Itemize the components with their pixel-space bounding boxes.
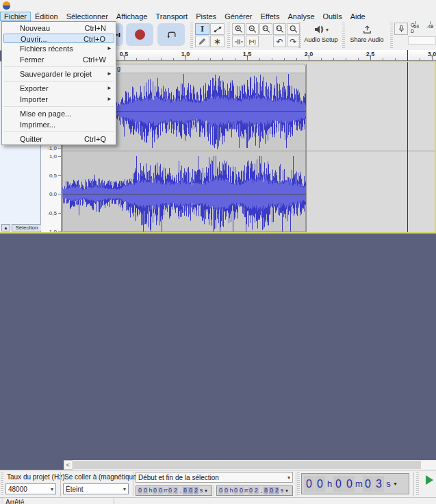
envelope-tool-button[interactable] (210, 23, 225, 35)
meter-bar-area[interactable] (408, 36, 436, 45)
project-rate-combobox[interactable]: 48000 ▾ (5, 483, 56, 494)
time-digit[interactable]: 0 (158, 487, 163, 494)
scrollbar-thumb[interactable] (73, 461, 421, 469)
record-meter-button[interactable] (394, 23, 408, 35)
share-audio-button[interactable]: Share Audio (346, 23, 388, 49)
time-digit[interactable]: 8 (183, 487, 188, 494)
horizontal-scrollbar[interactable]: < (64, 460, 436, 470)
time-format-dropdown-icon[interactable]: ▼ (393, 481, 398, 486)
time-toolbar-grip[interactable] (297, 472, 300, 495)
tools-toolbar-grip[interactable] (190, 23, 193, 49)
selection-tool-button[interactable]: I (195, 23, 209, 35)
record-button[interactable] (126, 23, 153, 46)
menubar-item-affichage[interactable]: Affichage (112, 12, 152, 21)
time-digit[interactable]: h (326, 476, 333, 492)
time-digit[interactable]: 0 (218, 487, 223, 494)
ruler-minor-tick (136, 58, 137, 60)
file-menu-item-fichiers-r-cents[interactable]: Fichiers récents► (2, 43, 116, 54)
time-digit[interactable]: 3 (374, 476, 384, 492)
meter-grip[interactable] (390, 23, 393, 49)
time-digit[interactable]: 8 (264, 487, 268, 494)
audio-position-display[interactable]: 00h00m03s▼ (301, 473, 409, 494)
file-menu-item-quitter[interactable]: QuitterCtrl+Q (2, 134, 116, 144)
time-digit[interactable]: 0 (269, 487, 274, 494)
menubar-item-pistes[interactable]: Pistes (192, 12, 220, 21)
menubar-item-dition[interactable]: Édition (31, 12, 62, 21)
play-at-speed-button[interactable] (423, 473, 436, 488)
zoom-selection-button[interactable] (259, 23, 272, 35)
menu-item-label: Fichiers récents (20, 43, 73, 54)
time-digit[interactable]: 0 (233, 487, 238, 494)
trim-audio-button[interactable] (232, 36, 245, 47)
menubar-item-analyse[interactable]: Analyse (283, 12, 318, 21)
zoom-out-button[interactable] (246, 23, 259, 35)
time-digit[interactable]: s (280, 487, 284, 494)
time-digit[interactable]: m (355, 476, 363, 492)
menubar-item-g-n-rer[interactable]: Générer (220, 12, 256, 21)
edit-toolbar-grip[interactable] (227, 23, 230, 49)
audio-setup-label: Audio Setup (302, 36, 340, 43)
time-format-dropdown-icon[interactable]: ▼ (285, 489, 289, 493)
menubar-item-fichier[interactable]: Fichier (0, 12, 31, 21)
time-digit[interactable]: 0 (153, 487, 157, 494)
time-digit[interactable]: 0 (143, 487, 148, 494)
timeline-ruler[interactable]: 0,51,01,52,02,53,0 (62, 50, 436, 61)
playhead-cursor-ruler[interactable] (407, 50, 408, 61)
time-digit[interactable]: 0 (224, 487, 229, 494)
menu-separator (3, 106, 114, 107)
menu-item-label: Sauvegarder le projet (20, 68, 92, 79)
file-menu-item-ouvrir[interactable]: Ouvrir...Ctrl+O (3, 34, 114, 43)
time-digit[interactable]: 0 (363, 476, 373, 492)
selection-toolbar-grip[interactable] (1, 472, 3, 495)
menubar-item-s-lectionner[interactable]: Sélectionner (62, 12, 112, 21)
audio-setup-grip[interactable] (298, 23, 301, 49)
time-format-dropdown-icon[interactable]: ▼ (204, 489, 208, 493)
time-digit[interactable]: 0 (333, 476, 344, 492)
multi-tool-button[interactable]: ∗ (210, 36, 225, 47)
file-menu-item-importer[interactable]: Importer► (2, 94, 116, 105)
track-select-button[interactable]: Sélection (12, 224, 42, 231)
menubar-item-transport[interactable]: Transport (151, 12, 192, 21)
snap-combobox[interactable]: Éteint ▾ (63, 483, 129, 494)
time-digit[interactable]: 2 (173, 487, 178, 494)
file-menu-item-imprimer[interactable]: Imprimer... (2, 119, 116, 130)
time-digit[interactable]: s (199, 487, 203, 494)
time-digit[interactable]: 0 (138, 487, 142, 494)
menubar-item-outils[interactable]: Outils (319, 12, 346, 21)
time-digit[interactable]: s (385, 476, 392, 492)
draw-tool-button[interactable] (195, 36, 209, 47)
time-digit[interactable]: 0 (168, 487, 172, 494)
time-digit[interactable]: 0 (248, 487, 253, 494)
ruler-minor-tick (296, 58, 297, 60)
selection-end-field[interactable]: 00h00m02,802s▼ (216, 486, 293, 496)
track-collapse-button[interactable]: ▲ (1, 224, 10, 231)
selection-start-field[interactable]: 00h00m02,802s▼ (136, 486, 212, 496)
time-digit[interactable]: 2 (274, 487, 279, 494)
menubar-item-aide[interactable]: Aide (346, 12, 370, 21)
loop-button[interactable] (157, 23, 185, 46)
zoom-selection-icon (261, 25, 271, 34)
share-audio-grip[interactable] (342, 23, 345, 49)
time-digit[interactable]: 0 (304, 476, 314, 492)
file-menu-item-exporter[interactable]: Exporter► (2, 83, 116, 94)
file-menu-item-fermer[interactable]: FermerCtrl+W (2, 54, 116, 65)
silence-audio-button[interactable]: [H] (246, 36, 259, 47)
zoom-fit-project-button[interactable] (273, 23, 286, 35)
time-digit[interactable]: 2 (194, 487, 198, 494)
time-digit[interactable]: 0 (315, 476, 325, 492)
file-menu-item-nouveau[interactable]: NouveauCtrl+N (2, 23, 116, 34)
menubar-item-effets[interactable]: Effets (256, 12, 283, 21)
time-digit[interactable]: 2 (254, 487, 259, 494)
scroll-left-button[interactable]: < (64, 460, 73, 470)
file-menu-item-mise-en-page[interactable]: Mise en page... (2, 108, 116, 119)
time-digit[interactable]: 0 (344, 476, 355, 492)
file-menu-item-sauvegarder-le-projet[interactable]: Sauvegarder le projet► (2, 68, 116, 79)
selection-range-mode-dropdown[interactable]: Début et fin de la sélection ▾ (136, 472, 293, 483)
audio-setup-button[interactable]: ▾ Audio Setup (302, 23, 340, 49)
time-digit[interactable]: 0 (239, 487, 244, 494)
time-digit[interactable]: 0 (188, 487, 193, 494)
zoom-in-button[interactable] (232, 23, 245, 35)
menu-item-shortcut: Ctrl+O (84, 34, 105, 44)
play-toolbar-grip[interactable] (416, 472, 419, 495)
undo-button[interactable]: ↶ (273, 36, 286, 47)
